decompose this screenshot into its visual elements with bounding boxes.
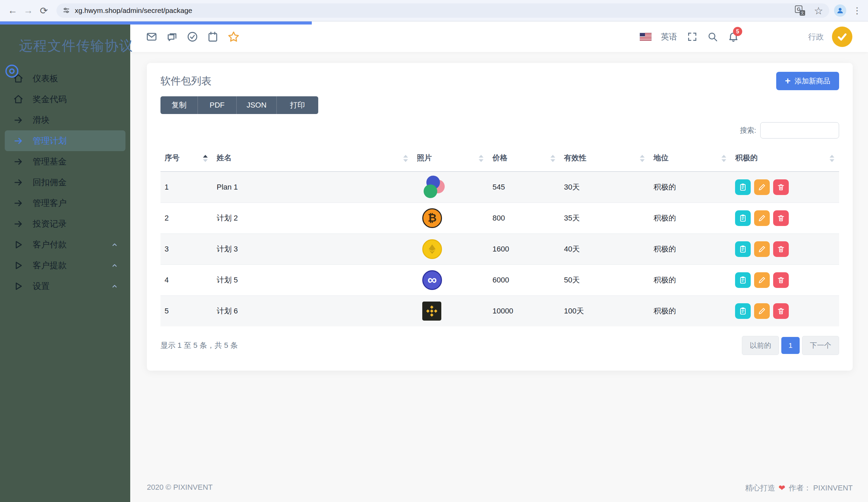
next-page-button[interactable]: 下一个: [802, 336, 839, 355]
copy-button[interactable]: 复制: [161, 96, 198, 114]
column-header-active[interactable]: 积极的: [731, 147, 839, 172]
arrow-right-icon: [13, 177, 24, 188]
column-header-status[interactable]: 地位: [649, 147, 731, 172]
cell-photo: [413, 233, 488, 264]
reload-icon[interactable]: ⟳: [36, 5, 52, 16]
delete-button[interactable]: [773, 241, 789, 257]
notification-badge: 5: [733, 27, 742, 36]
search-icon[interactable]: [707, 31, 718, 42]
current-page-button[interactable]: 1: [781, 337, 800, 354]
check-circle-icon[interactable]: [187, 31, 198, 42]
edit-button[interactable]: [754, 272, 770, 288]
cell-no: 1: [161, 172, 213, 202]
table-row: 1 Plan 1 545 30天 积极的: [161, 172, 839, 202]
user-menu[interactable]: 行政: [808, 27, 852, 47]
sidebar-item-label: 滑块: [33, 114, 50, 126]
binance-image: [422, 302, 441, 321]
column-header-name[interactable]: 姓名: [213, 147, 413, 172]
sort-indicator: [640, 155, 644, 162]
navbar-right: 英语 5 行政: [640, 27, 852, 47]
ethereum-image: [422, 239, 442, 259]
search-input[interactable]: [760, 122, 839, 139]
edit-button[interactable]: [754, 303, 770, 319]
fullscreen-icon[interactable]: [687, 31, 698, 42]
sidebar-item-manage-funds[interactable]: 管理基金: [5, 151, 125, 172]
copyright-text: 2020 © PIXINVENT: [147, 483, 213, 493]
avatar-check-icon: [832, 27, 852, 47]
content-area: 软件包列表 + 添加新商品 复制 PDF JSON 打印 搜索:: [130, 52, 868, 477]
cell-price: 6000: [488, 264, 560, 295]
sidebar-item-bonus-code[interactable]: 奖金代码: [5, 89, 125, 110]
sidebar-item-settings[interactable]: 设置: [5, 276, 125, 297]
url-text[interactable]: xg.hwym.shop/admin/secret/package: [75, 7, 795, 14]
sidebar-item-label: 设置: [33, 280, 50, 292]
sidebar-item-manage-customers[interactable]: 管理客户: [5, 193, 125, 213]
table-row: 2 计划 2 ₿ 800 35天 积极的: [161, 202, 839, 233]
edit-button[interactable]: [754, 179, 770, 195]
sidebar-item-dashboard[interactable]: 仪表板: [5, 68, 125, 89]
cell-validity: 30天: [560, 172, 649, 202]
edit-button[interactable]: [754, 241, 770, 257]
details-button[interactable]: [735, 272, 751, 288]
play-triangle-icon: [13, 281, 24, 292]
column-header-photo[interactable]: 照片: [413, 147, 488, 172]
back-icon[interactable]: ←: [5, 5, 20, 16]
circle-dot-icon: [4, 63, 20, 80]
print-button[interactable]: 打印: [277, 96, 318, 114]
sidebar-item-manage-plans[interactable]: 管理计划: [5, 130, 125, 151]
language-label[interactable]: 英语: [661, 31, 677, 42]
details-button[interactable]: [735, 210, 751, 226]
page-title: 软件包列表: [161, 74, 211, 88]
json-button[interactable]: JSON: [237, 96, 277, 114]
sidebar-item-customer-withdrawals[interactable]: 客户提款: [5, 255, 125, 276]
cell-status: 积极的: [649, 264, 731, 295]
sidebar-item-label: 管理计划: [33, 135, 66, 146]
details-button[interactable]: [735, 241, 751, 257]
site-settings-icon[interactable]: [63, 7, 70, 14]
add-product-button[interactable]: + 添加新商品: [776, 72, 839, 90]
page-loading-bar: [0, 21, 312, 24]
table-search: 搜索:: [161, 122, 839, 139]
translate-icon[interactable]: G 文: [795, 6, 805, 16]
play-triangle-icon: [13, 260, 24, 271]
edit-button[interactable]: [754, 210, 770, 226]
table-row: 3 计划 3 1600 40天 积极的: [161, 233, 839, 264]
pdf-button[interactable]: PDF: [198, 96, 237, 114]
star-icon[interactable]: [227, 31, 240, 43]
us-flag-icon[interactable]: [640, 33, 651, 40]
browser-menu-icon[interactable]: ⋮: [851, 6, 863, 16]
sidebar-item-investment-records[interactable]: 投资记录: [5, 213, 125, 234]
sidebar-item-label: 奖金代码: [33, 93, 66, 105]
delete-button[interactable]: [773, 272, 789, 288]
browser-chrome: ← → ⟳ xg.hwym.shop/admin/secret/package …: [0, 0, 868, 21]
delete-button[interactable]: [773, 303, 789, 319]
sidebar-item-customer-payments[interactable]: 客户付款: [5, 234, 125, 255]
details-button[interactable]: [735, 303, 751, 319]
calendar-icon[interactable]: [207, 31, 219, 42]
column-header-no[interactable]: 序号: [161, 147, 213, 172]
column-header-price[interactable]: 价格: [488, 147, 560, 172]
browser-profile-icon[interactable]: [834, 4, 846, 17]
pagination: 以前的 1 下一个: [742, 336, 839, 355]
previous-page-button[interactable]: 以前的: [742, 336, 779, 355]
mail-icon[interactable]: [146, 31, 157, 42]
chat-icon[interactable]: [166, 31, 178, 42]
sidebar-nav: 仪表板 奖金代码 滑块: [0, 68, 130, 297]
cell-validity: 50天: [560, 264, 649, 295]
sort-indicator: [479, 155, 484, 162]
column-header-validity[interactable]: 有效性: [560, 147, 649, 172]
bookmark-icon[interactable]: ☆: [814, 5, 823, 17]
table-row: 5 计划 6: [161, 295, 839, 327]
package-list-card: 软件包列表 + 添加新商品 复制 PDF JSON 打印 搜索:: [147, 63, 853, 371]
delete-button[interactable]: [773, 210, 789, 226]
details-button[interactable]: [735, 179, 751, 195]
forward-icon[interactable]: →: [20, 5, 36, 16]
bell-icon[interactable]: 5: [727, 31, 739, 42]
sidebar-item-slider[interactable]: 滑块: [5, 110, 125, 130]
chrome-controls: ⋮: [834, 4, 863, 17]
cell-photo: ₿: [413, 202, 488, 233]
table-row: 4 计划 5 ∞ 6000 50天 积极的: [161, 264, 839, 295]
sidebar-item-rebate-commission[interactable]: 回扣佣金: [5, 172, 125, 193]
delete-button[interactable]: [773, 179, 789, 195]
address-bar[interactable]: xg.hwym.shop/admin/secret/package G 文 ☆: [56, 3, 829, 18]
